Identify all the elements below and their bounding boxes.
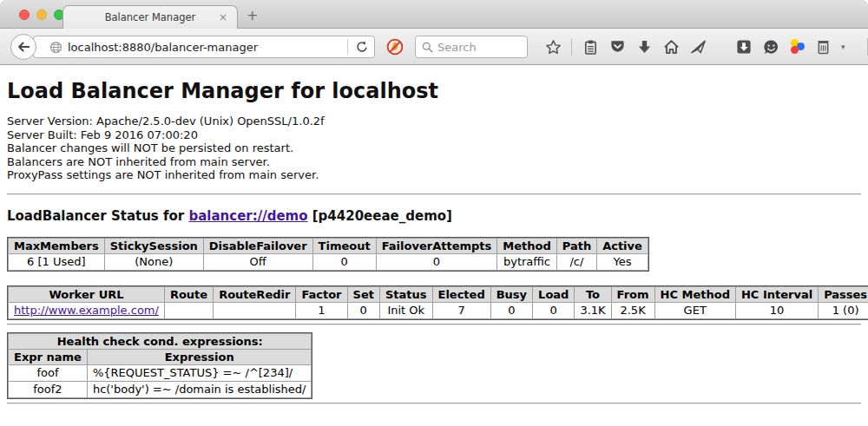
column-header: Expression: [87, 349, 312, 364]
send-plane-icon[interactable]: [689, 37, 707, 56]
home-icon[interactable]: [662, 37, 680, 56]
column-header: Set: [347, 286, 379, 302]
reload-button[interactable]: [353, 37, 371, 56]
column-header: MaxMembers: [9, 238, 105, 253]
column-header: RouteRedir: [214, 286, 296, 302]
column-header: Factor: [296, 286, 347, 302]
column-header: DisableFailover: [203, 238, 312, 253]
table-cell: [164, 302, 213, 318]
server-info: Server Version: Apache/2.5.0-dev (Unix) …: [7, 115, 861, 182]
table-cell: 6 [1 Used]: [9, 253, 105, 270]
health-table-title: Health check cond. expressions:: [9, 333, 312, 349]
column-header: FailoverAttempts: [376, 238, 497, 253]
worker-status-table: Worker URL Route RouteRedir Factor Set S…: [8, 286, 868, 319]
page-content: Load Balancer Manager for localhost Serv…: [0, 65, 868, 404]
persist-notice-line: Balancer changes will NOT be persisted o…: [7, 141, 861, 155]
table-cell: 7: [432, 302, 490, 318]
column-header: Load: [533, 286, 575, 302]
feedback-smiley-icon[interactable]: [762, 37, 779, 56]
column-header: Active: [597, 238, 648, 253]
url-input[interactable]: [68, 41, 342, 54]
server-built-line: Server Built: Feb 9 2016 07:00:20: [7, 128, 861, 142]
table-cell: 0: [312, 253, 376, 270]
expr-name-cell: foof2: [9, 381, 88, 397]
table-cell: [214, 302, 296, 318]
browser-window: Balancer Manager × +: [0, 0, 868, 426]
table-row: foof %{REQUEST_STATUS} =~ /^[234]/: [9, 364, 312, 381]
divider: [7, 324, 861, 325]
tab-close-icon[interactable]: ×: [219, 11, 227, 23]
server-version-line: Server Version: Apache/2.5.0-dev (Unix) …: [7, 115, 861, 128]
flashblock-icon[interactable]: [386, 38, 404, 59]
table-cell: Yes: [597, 253, 648, 270]
inherit-notice-line: Balancers are NOT inherited from main se…: [7, 155, 861, 169]
table-row: foof2 hc('body') =~ /domain is establish…: [9, 381, 312, 397]
downloads-icon[interactable]: [635, 37, 653, 56]
expression-cell: %{REQUEST_STATUS} =~ /^[234]/: [87, 364, 312, 381]
close-window-button[interactable]: [19, 10, 30, 20]
toolbar-divider: [867, 38, 868, 56]
column-header: Expr name: [9, 349, 88, 364]
column-header: From: [611, 286, 654, 302]
tab-title: Balancer Manager: [105, 11, 196, 23]
pocket-icon[interactable]: [608, 37, 626, 56]
column-header: To: [575, 286, 611, 302]
navigation-toolbar: ▾: [0, 29, 868, 65]
table-cell: 0: [533, 302, 575, 318]
column-header: StickySession: [104, 238, 203, 253]
column-header: Elected: [432, 286, 490, 302]
table-cell: bytraffic: [497, 253, 556, 270]
url-bar[interactable]: [33, 36, 375, 58]
health-check-table: Health check cond. expressions: Expr nam…: [8, 333, 312, 398]
video-download-icon[interactable]: [735, 37, 753, 56]
table-cell: (None): [104, 253, 203, 270]
dropdown-caret-icon[interactable]: ▾: [841, 43, 845, 51]
divider: [7, 193, 861, 195]
clipboard-icon[interactable]: [582, 37, 599, 56]
new-tab-button[interactable]: +: [247, 7, 258, 23]
search-input[interactable]: [437, 41, 521, 54]
toolbar-icons: ▾: [544, 35, 868, 59]
reload-icon: [355, 40, 369, 54]
minimize-window-button[interactable]: [36, 10, 47, 20]
back-button[interactable]: [10, 34, 36, 60]
colored-dots-icon[interactable]: [789, 39, 805, 55]
site-identity-globe-icon: [49, 41, 62, 54]
column-header: Busy: [490, 286, 532, 302]
table-cell: 0: [376, 253, 497, 270]
heading-suffix: [p4420eeae_demo]: [308, 208, 452, 224]
table-cell: 0: [347, 302, 379, 318]
column-header: Passes: [819, 286, 868, 302]
table-cell: Init Ok: [379, 302, 432, 318]
column-header: HC Method: [654, 286, 735, 302]
table-cell: 3.1K: [575, 302, 611, 318]
column-header: HC Interval: [735, 286, 818, 302]
column-header: Worker URL: [9, 286, 165, 302]
column-header: Path: [556, 238, 596, 253]
toolbar-divider: [571, 38, 572, 56]
trash-container-icon[interactable]: [814, 37, 832, 56]
table-cell: 2.5K: [611, 302, 654, 318]
column-header: Timeout: [312, 238, 376, 253]
balancer-settings-table: MaxMembers StickySession DisableFailover…: [8, 238, 648, 271]
table-cell: 1: [296, 302, 347, 318]
column-header: Status: [379, 286, 432, 302]
table-cell: GET: [654, 302, 735, 318]
tab-balancer-manager[interactable]: Balancer Manager ×: [62, 5, 238, 29]
table-header-row: Worker URL Route RouteRedir Factor Set S…: [9, 286, 868, 302]
tab-bar: Balancer Manager × +: [0, 0, 868, 29]
table-title-row: Health check cond. expressions:: [9, 333, 312, 349]
worker-row: http://www.example.com/ 1 0 Init Ok 7 0 …: [9, 302, 868, 318]
bookmark-star-icon[interactable]: [544, 37, 562, 56]
search-bar[interactable]: [415, 36, 528, 58]
search-icon: [422, 42, 433, 53]
balancer-status-heading: LoadBalancer Status for balancer://demo …: [7, 208, 861, 224]
worker-url-link[interactable]: http://www.example.com/: [14, 304, 159, 317]
urlbar-divider: [347, 39, 348, 55]
proxypass-notice-line: ProxyPass settings are NOT inherited fro…: [7, 168, 861, 182]
balancer-demo-link[interactable]: balancer://demo: [188, 208, 307, 224]
column-header: Route: [164, 286, 213, 302]
table-cell: 10: [735, 302, 818, 318]
table-cell: 1 (0): [819, 302, 868, 318]
divider: [7, 403, 861, 404]
